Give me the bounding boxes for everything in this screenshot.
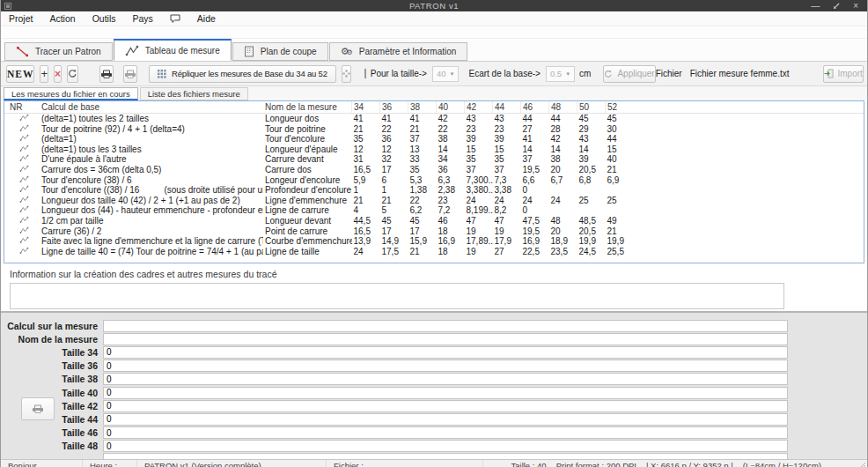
- row-size-value-cell[interactable]: [577, 185, 606, 196]
- row-size-value-cell[interactable]: 18: [437, 226, 465, 237]
- row-size-value-cell[interactable]: 45: [577, 114, 606, 124]
- row-size-value-cell[interactable]: 0: [521, 205, 549, 216]
- row-size-value-cell[interactable]: 24: [465, 196, 493, 206]
- row-size-value-cell[interactable]: 24: [521, 196, 549, 206]
- row-size-value-cell[interactable]: 47: [493, 216, 521, 226]
- row-size-value-cell[interactable]: 21: [606, 226, 634, 237]
- row-size-value-cell[interactable]: 14: [577, 145, 606, 155]
- row-size-value-cell[interactable]: 43: [465, 114, 493, 124]
- row-size-value-cell[interactable]: 35: [352, 134, 380, 145]
- restore-icon[interactable]: [833, 3, 840, 10]
- row-size-value-cell[interactable]: 35: [408, 165, 437, 175]
- row-size-value-cell[interactable]: 23: [465, 124, 493, 135]
- row-size-value-cell[interactable]: 25: [577, 196, 606, 206]
- row-size-value-cell[interactable]: 19,5: [521, 226, 549, 237]
- row-size-value-cell[interactable]: 45: [408, 216, 437, 226]
- row-size-value-cell[interactable]: 39: [577, 154, 606, 165]
- row-size-value-cell[interactable]: 24: [493, 196, 521, 206]
- row-size-value-cell[interactable]: 15: [465, 145, 493, 155]
- row-size-value-cell[interactable]: 41: [380, 114, 408, 124]
- row-size-value-cell[interactable]: 46: [437, 216, 465, 226]
- measure-row[interactable]: Ligne de taille 40 = (74) Tour de poitri…: [4, 247, 864, 257]
- measure-row[interactable]: Tour d'encolure ((38) / 16(sous droite u…: [4, 185, 864, 196]
- row-size-value-cell[interactable]: 6,9: [606, 175, 634, 186]
- row-size-value-cell[interactable]: 6,8: [577, 175, 606, 186]
- row-size-value-cell[interactable]: 1: [380, 185, 408, 196]
- base-gap-dropdown[interactable]: 0.5 ▼: [546, 66, 575, 82]
- row-size-value-cell[interactable]: 22: [437, 124, 465, 135]
- row-size-value-cell[interactable]: 16,9: [521, 236, 549, 247]
- row-size-value-cell[interactable]: 34: [437, 154, 465, 165]
- form-field-input-taille-36[interactable]: [103, 360, 788, 372]
- row-size-value-cell[interactable]: 19: [465, 247, 493, 257]
- row-size-value-cell[interactable]: 21: [408, 247, 437, 257]
- row-size-value-cell[interactable]: 45: [606, 114, 634, 124]
- row-size-value-cell[interactable]: 23: [493, 124, 521, 135]
- measure-row[interactable]: Tour de poitrine (92) / 4 + 1 (delta=4)T…: [4, 124, 864, 135]
- row-size-value-cell[interactable]: 42: [549, 134, 577, 145]
- measure-row[interactable]: Longueur dos taille 40 (42) / 2 + 1 (+1 …: [4, 196, 864, 206]
- row-size-value-cell[interactable]: 1,38: [408, 185, 437, 196]
- row-size-value-cell[interactable]: 5: [380, 205, 408, 216]
- measure-row[interactable]: (delta=1) toutes les 2 taillesLongueur d…: [4, 114, 864, 124]
- row-size-value-cell[interactable]: 20,5: [577, 165, 606, 175]
- row-size-value-cell[interactable]: 16,9: [437, 236, 465, 247]
- minimize-button[interactable]: —: [811, 2, 820, 11]
- row-size-value-cell[interactable]: 29: [577, 124, 606, 135]
- tab-plan-de-coupe[interactable]: Plan de coupe: [232, 42, 328, 61]
- measure-row[interactable]: (delta=1) tous les 3 taillesLongueur d'é…: [4, 145, 864, 155]
- row-size-value-cell[interactable]: 37: [493, 165, 521, 175]
- row-size-value-cell[interactable]: [577, 205, 606, 216]
- row-size-value-cell[interactable]: 3,38: [493, 185, 521, 196]
- row-size-value-cell[interactable]: 17,89...: [465, 236, 493, 247]
- row-size-value-cell[interactable]: 25: [606, 196, 634, 206]
- measure-row[interactable]: Carrure (36) / 2Point de carrure16,51717…: [4, 226, 864, 237]
- tab-parametre-et-information[interactable]: ⚙⚙ Paramètre et Information: [329, 42, 468, 61]
- row-size-value-cell[interactable]: [549, 185, 577, 196]
- row-size-value-cell[interactable]: 37: [521, 154, 549, 165]
- row-size-value-cell[interactable]: [549, 205, 577, 216]
- menu-aide[interactable]: Aide: [197, 13, 216, 24]
- measure-row[interactable]: 1/2 cm par tailleLongueur devant44,54545…: [4, 216, 864, 226]
- new-button[interactable]: NEW: [6, 65, 34, 83]
- row-size-value-cell[interactable]: 35: [465, 154, 493, 165]
- row-size-value-cell[interactable]: 21: [408, 124, 437, 135]
- menu-pays[interactable]: Pays: [132, 13, 152, 24]
- tab-tableau-de-mesure[interactable]: Tableau de mesure: [114, 39, 232, 61]
- row-size-value-cell[interactable]: 43: [493, 114, 521, 124]
- row-size-value-cell[interactable]: 40: [606, 154, 634, 165]
- subtab-liste-fichiers-mesure[interactable]: Liste des fichiers mesure: [140, 87, 248, 100]
- row-size-value-cell[interactable]: 27: [521, 124, 549, 135]
- row-size-value-cell[interactable]: 19,9: [577, 236, 606, 247]
- row-size-value-cell[interactable]: 1: [352, 185, 380, 196]
- row-size-value-cell[interactable]: 6,2: [408, 205, 437, 216]
- resize-grip[interactable]: [858, 462, 866, 467]
- menu-outils[interactable]: Outils: [92, 13, 116, 24]
- row-size-value-cell[interactable]: 21: [352, 124, 380, 135]
- row-size-value-cell[interactable]: 18,9: [549, 236, 577, 247]
- row-size-value-cell[interactable]: 19,9: [606, 236, 634, 247]
- row-size-value-cell[interactable]: 3,380...: [465, 185, 493, 196]
- row-size-value-cell[interactable]: 47,5: [521, 216, 549, 226]
- row-size-value-cell[interactable]: 14: [521, 145, 549, 155]
- replicate-measures-button[interactable]: Répliquer les mesures de Base du 34 au 5…: [149, 65, 336, 83]
- row-size-value-cell[interactable]: 47: [465, 216, 493, 226]
- row-size-value-cell[interactable]: 19,5: [521, 165, 549, 175]
- row-size-value-cell[interactable]: 49: [606, 216, 634, 226]
- row-size-value-cell[interactable]: 14,9: [380, 236, 408, 247]
- row-size-value-cell[interactable]: 14: [549, 145, 577, 155]
- row-size-value-cell[interactable]: 24,5: [577, 247, 606, 257]
- row-size-value-cell[interactable]: 24: [549, 196, 577, 206]
- menu-action[interactable]: Action: [49, 13, 75, 24]
- row-size-value-cell[interactable]: 13: [408, 145, 437, 155]
- row-size-value-cell[interactable]: 6,7: [549, 175, 577, 186]
- row-size-value-cell[interactable]: 32: [380, 154, 408, 165]
- row-size-value-cell[interactable]: 44: [549, 114, 577, 124]
- row-size-value-cell[interactable]: 6,3: [437, 175, 465, 186]
- measure-row[interactable]: Longueur dos (44) - hauteur emmenchure -…: [4, 205, 864, 216]
- row-size-value-cell[interactable]: 28: [549, 124, 577, 135]
- import-button[interactable]: Import: [823, 65, 864, 83]
- row-size-value-cell[interactable]: 20: [549, 226, 577, 237]
- row-size-value-cell[interactable]: 17: [380, 226, 408, 237]
- menu-projet[interactable]: Projet: [9, 13, 33, 24]
